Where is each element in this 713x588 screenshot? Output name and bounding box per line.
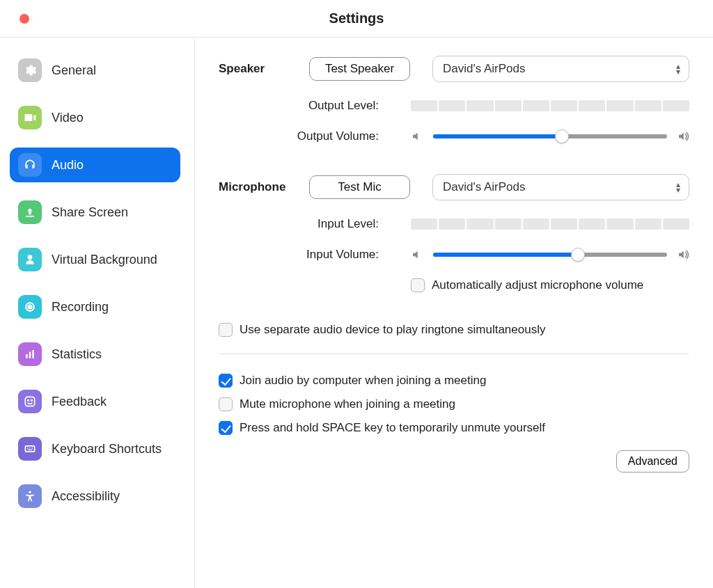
space-unmute-label: Press and hold SPACE key to temporarily … (240, 421, 545, 435)
person-icon (18, 248, 42, 271)
smile-icon (18, 390, 42, 413)
sidebar-item-label: Share Screen (52, 205, 128, 220)
output-volume-slider[interactable] (433, 134, 667, 138)
svg-rect-4 (32, 350, 34, 358)
sidebar-item-audio[interactable]: Audio (10, 148, 180, 182)
sidebar-item-label: General (52, 63, 96, 78)
sidebar: General Video Audio Share Screen Virtual (0, 38, 195, 588)
accessibility-icon (18, 484, 42, 508)
svg-point-6 (28, 400, 29, 402)
sidebar-item-accessibility[interactable]: Accessibility (10, 479, 187, 514)
output-level-meter (411, 100, 689, 111)
ringtone-checkbox[interactable] (219, 323, 233, 337)
advanced-button[interactable]: Advanced (616, 450, 689, 472)
mute-on-join-checkbox[interactable] (219, 397, 233, 411)
svg-rect-2 (26, 354, 28, 358)
speaker-heading: Speaker (219, 62, 309, 76)
layout: General Video Audio Share Screen Virtual (0, 38, 713, 588)
input-level-label: Input Level: (219, 217, 411, 231)
sidebar-item-recording[interactable]: Recording (10, 289, 187, 324)
sidebar-item-general[interactable]: General (10, 53, 187, 88)
record-icon (18, 295, 42, 319)
mute-on-join-option: Mute microphone when joining a meeting (219, 397, 689, 411)
sidebar-item-statistics[interactable]: Statistics (10, 337, 187, 372)
sidebar-item-label: Feedback (52, 395, 107, 409)
space-unmute-checkbox[interactable] (219, 421, 233, 435)
microphone-section: Microphone Test Mic David's AirPods ▴▾ I… (219, 174, 689, 292)
page-title: Settings (329, 10, 384, 26)
chevron-updown-icon: ▴▾ (676, 63, 680, 74)
input-level-meter (411, 218, 689, 230)
join-audio-label: Join audio by computer when joining a me… (240, 374, 486, 388)
svg-rect-9 (27, 447, 29, 448)
svg-point-7 (31, 400, 33, 402)
svg-rect-11 (32, 447, 33, 448)
join-audio-option: Join audio by computer when joining a me… (219, 374, 689, 388)
sidebar-item-label: Virtual Background (52, 253, 157, 267)
mute-on-join-label: Mute microphone when joining a meeting (240, 397, 455, 411)
test-speaker-button[interactable]: Test Speaker (309, 57, 410, 81)
volume-high-icon (677, 130, 689, 143)
output-volume-label: Output Volume: (219, 129, 411, 143)
volume-high-icon (677, 248, 689, 261)
sidebar-item-share-screen[interactable]: Share Screen (10, 195, 187, 230)
speaker-device-value: David's AirPods (443, 62, 526, 76)
titlebar: Settings (0, 0, 713, 38)
microphone-heading: Microphone (219, 180, 309, 194)
headphones-icon (18, 153, 42, 177)
share-icon (18, 200, 42, 224)
sidebar-item-label: Statistics (52, 347, 102, 362)
svg-rect-10 (29, 447, 31, 448)
join-audio-checkbox[interactable] (219, 374, 233, 388)
svg-rect-12 (28, 450, 33, 450)
ringtone-label: Use separate audio device to play ringto… (240, 323, 545, 337)
sidebar-item-label: Video (52, 111, 84, 125)
ringtone-option: Use separate audio device to play ringto… (219, 323, 689, 337)
video-icon (18, 106, 42, 129)
window-controls (19, 14, 29, 26)
sidebar-item-label: Recording (52, 300, 109, 315)
sidebar-item-keyboard-shortcuts[interactable]: Keyboard Shortcuts (10, 431, 187, 466)
volume-low-icon (411, 130, 423, 143)
sidebar-item-label: Accessibility (52, 489, 120, 504)
svg-point-1 (29, 305, 32, 309)
auto-adjust-mic-label: Automatically adjust microphone volume (432, 278, 643, 292)
sidebar-item-virtual-background[interactable]: Virtual Background (10, 242, 187, 277)
speaker-section: Speaker Test Speaker David's AirPods ▴▾ … (219, 56, 689, 143)
input-volume-slider[interactable] (433, 253, 667, 257)
mic-device-select[interactable]: David's AirPods ▴▾ (432, 174, 689, 200)
output-level-label: Output Level: (219, 99, 411, 113)
svg-rect-3 (29, 352, 31, 358)
sidebar-item-feedback[interactable]: Feedback (10, 384, 187, 419)
volume-low-icon (411, 248, 423, 261)
input-volume-label: Input Volume: (219, 248, 411, 262)
svg-rect-8 (25, 446, 34, 452)
sidebar-item-label: Keyboard Shortcuts (52, 442, 162, 456)
close-window-icon[interactable] (19, 14, 29, 24)
keyboard-icon (18, 437, 42, 461)
gear-icon (18, 58, 42, 82)
sidebar-item-label: Audio (52, 158, 84, 173)
speaker-device-select[interactable]: David's AirPods ▴▾ (432, 56, 689, 82)
svg-rect-5 (25, 397, 34, 406)
svg-point-13 (29, 491, 31, 493)
mic-device-value: David's AirPods (443, 180, 526, 194)
main-panel: Speaker Test Speaker David's AirPods ▴▾ … (195, 38, 713, 588)
chevron-updown-icon: ▴▾ (676, 182, 680, 193)
divider (219, 353, 689, 354)
sidebar-item-video[interactable]: Video (10, 100, 187, 135)
stats-icon (18, 342, 42, 366)
auto-adjust-mic-checkbox[interactable] (411, 278, 425, 292)
space-unmute-option: Press and hold SPACE key to temporarily … (219, 421, 689, 435)
test-mic-button[interactable]: Test Mic (309, 175, 410, 199)
